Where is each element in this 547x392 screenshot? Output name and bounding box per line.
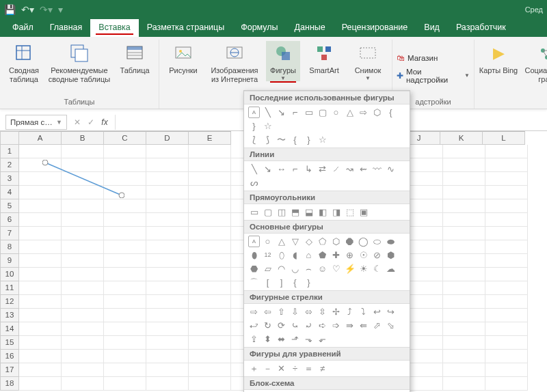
- tab-layout[interactable]: Разметка страницы: [139, 19, 232, 37]
- shape-b[interactable]: ⬯: [276, 249, 287, 261]
- smartart-button[interactable]: SmartArt: [304, 41, 344, 75]
- shape-free[interactable]: 〰: [371, 163, 383, 175]
- shape-r8[interactable]: ⬚: [344, 206, 356, 218]
- shape-line2[interactable]: ╲: [248, 163, 260, 175]
- shape-b[interactable]: ⊘: [371, 249, 383, 261]
- shape-div[interactable]: ÷: [289, 363, 301, 374]
- shape-b[interactable]: ◯: [358, 236, 369, 247]
- store-button[interactable]: 🛍 Магазин: [397, 54, 438, 62]
- online-pictures-button[interactable]: Изображения из Интернета: [207, 41, 262, 83]
- pictures-button[interactable]: Рисунки: [163, 41, 203, 75]
- shape-a[interactable]: ⇚: [358, 320, 369, 331]
- shape-r3[interactable]: ◫: [276, 206, 287, 218]
- shape-b[interactable]: A: [248, 236, 260, 247]
- row-header[interactable]: 3: [0, 172, 19, 186]
- shape-b[interactable]: ⬮: [248, 249, 260, 261]
- shape-b[interactable]: ☺: [317, 263, 328, 275]
- shape-textbox[interactable]: A: [248, 107, 260, 118]
- col-header[interactable]: L: [483, 131, 525, 145]
- shape-star2[interactable]: ☆: [317, 134, 328, 145]
- tab-insert[interactable]: Вставка: [90, 19, 138, 37]
- shape-r1[interactable]: ▭: [248, 206, 260, 218]
- save-icon[interactable]: 💾: [4, 4, 16, 15]
- cancel-icon[interactable]: ✕: [74, 117, 81, 127]
- shape-a[interactable]: ⬐: [317, 333, 328, 345]
- redo-icon[interactable]: ↷▾: [40, 4, 53, 15]
- shape-roundrect[interactable]: ▢: [317, 107, 328, 118]
- row-header[interactable]: 11: [0, 281, 19, 295]
- shape-a[interactable]: ⟳: [276, 320, 287, 331]
- row-header[interactable]: 12: [0, 295, 19, 309]
- row-header[interactable]: 8: [0, 240, 19, 254]
- tab-home[interactable]: Главная: [42, 19, 91, 37]
- shape-b[interactable]: ⌢: [303, 263, 315, 275]
- shape-a[interactable]: ⇨: [248, 306, 260, 318]
- shape-a[interactable]: ⬌: [276, 333, 287, 345]
- shape-a[interactable]: ⇦: [262, 306, 274, 318]
- enter-icon[interactable]: ✓: [88, 117, 94, 127]
- shape-b[interactable]: ⚡: [344, 263, 356, 275]
- shape-a[interactable]: ↻: [262, 320, 274, 331]
- fx-icon[interactable]: fx: [101, 117, 107, 127]
- shape-plus[interactable]: ＋: [248, 363, 260, 374]
- name-box[interactable]: Прямая с…▼: [5, 115, 67, 130]
- shape-r7[interactable]: ◨: [330, 206, 342, 218]
- my-addins-button[interactable]: ✚ Мои надстройки ▼: [397, 68, 470, 84]
- tab-developer[interactable]: Разработчик: [448, 19, 514, 37]
- shape-elbow-d[interactable]: ⇄: [317, 163, 328, 175]
- shape-b[interactable]: ◖: [289, 249, 301, 261]
- row-header[interactable]: 17: [0, 363, 19, 377]
- shape-a[interactable]: ⮐: [248, 320, 260, 331]
- shape-arrow[interactable]: ↘: [262, 163, 274, 175]
- shape-mult[interactable]: ✕: [276, 363, 287, 374]
- shape-a[interactable]: ↪: [385, 306, 397, 318]
- shape-a[interactable]: ⇳: [317, 306, 328, 318]
- shape-b[interactable]: [: [262, 277, 274, 288]
- shape-a[interactable]: ⬎: [303, 333, 315, 345]
- shapes-button[interactable]: Фигуры ▼: [266, 41, 300, 81]
- shape-a[interactable]: ⬍: [262, 333, 274, 345]
- shape-r6[interactable]: ◧: [317, 206, 328, 218]
- shape-a[interactable]: ↩: [371, 306, 383, 318]
- undo-icon[interactable]: ↶▾: [21, 4, 34, 15]
- line-shape[interactable]: [42, 160, 124, 198]
- shape-a[interactable]: ⇛: [344, 320, 356, 331]
- shape-r9[interactable]: ▣: [358, 206, 369, 218]
- shape-oval[interactable]: ○: [330, 107, 342, 118]
- shape-a[interactable]: ⬂: [385, 320, 397, 331]
- bing-maps-button[interactable]: ▶ Карты Bing: [479, 41, 518, 75]
- shape-b[interactable]: ☁: [385, 263, 397, 275]
- shape-b[interactable]: ☀: [358, 263, 369, 275]
- shape-freeform[interactable]: 〜: [276, 134, 287, 145]
- shape-minus[interactable]: －: [262, 363, 274, 374]
- shape-b[interactable]: ]: [276, 277, 287, 288]
- shape-lbrace2[interactable]: {: [289, 134, 301, 145]
- shape-b[interactable]: ◡: [289, 263, 301, 275]
- shape-a[interactable]: ⬄: [303, 306, 315, 318]
- shape-b[interactable]: ✚: [330, 249, 342, 261]
- shape-darrow[interactable]: ↔: [276, 163, 287, 175]
- shape-elbow[interactable]: ⌐: [289, 163, 301, 175]
- tab-view[interactable]: Вид: [416, 19, 448, 37]
- shape-r2[interactable]: ▢: [262, 206, 274, 218]
- shape-b[interactable]: ⬣: [248, 263, 260, 275]
- shape-b[interactable]: ☾: [371, 263, 383, 275]
- shape-b[interactable]: ⯃: [344, 236, 356, 247]
- shape-a[interactable]: ⤵: [358, 306, 369, 318]
- shape-a[interactable]: ➪: [317, 320, 328, 331]
- shape-a[interactable]: ⇪: [248, 333, 260, 345]
- tab-file[interactable]: Файл: [4, 19, 42, 37]
- shape-a[interactable]: ✢: [330, 306, 342, 318]
- shape-lbrace[interactable]: {: [385, 107, 397, 118]
- shape-b[interactable]: ○: [262, 236, 274, 247]
- shape-curve-a[interactable]: ↝: [344, 163, 356, 175]
- shape-eq[interactable]: ＝: [303, 363, 315, 374]
- row-header[interactable]: 2: [0, 158, 19, 172]
- qat-more-icon[interactable]: ▾: [58, 4, 63, 15]
- shape-rect[interactable]: ▭: [303, 107, 315, 118]
- shape-star[interactable]: ☆: [262, 120, 274, 132]
- select-all-corner[interactable]: [0, 131, 19, 145]
- shape-curve2[interactable]: ⟆: [262, 134, 274, 145]
- col-header[interactable]: A: [19, 131, 62, 145]
- shape-b[interactable]: ⬡: [330, 236, 342, 247]
